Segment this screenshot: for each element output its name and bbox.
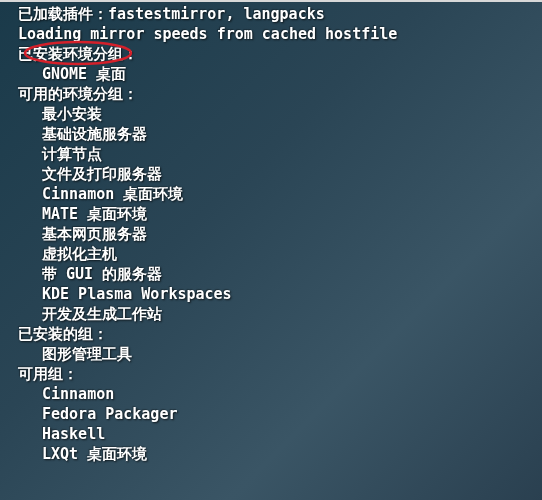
output-line: KDE Plasma Workspaces — [18, 284, 542, 304]
output-line: 已安装的组： — [18, 324, 542, 344]
output-line: 虚拟化主机 — [18, 244, 542, 264]
output-line: 可用组： — [18, 364, 542, 384]
output-line: LXQt 桌面环境 — [18, 444, 542, 464]
output-line: 最小安装 — [18, 104, 542, 124]
output-line: 开发及生成工作站 — [18, 304, 542, 324]
output-line: 可用的环境分组： — [18, 84, 542, 104]
output-line: Loading mirror speeds from cached hostfi… — [18, 24, 542, 44]
output-line: 基础设施服务器 — [18, 124, 542, 144]
output-line: 文件及打印服务器 — [18, 164, 542, 184]
terminal-output: 已加载插件：fastestmirror, langpacks Loading m… — [0, 0, 542, 464]
output-line: Cinnamon 桌面环境 — [18, 184, 542, 204]
window-top-border — [0, 0, 542, 2]
output-line: 带 GUI 的服务器 — [18, 264, 542, 284]
output-line: Fedora Packager — [18, 404, 542, 424]
output-line: 已安装环境分组： — [18, 44, 542, 64]
output-line: 基本网页服务器 — [18, 224, 542, 244]
output-line: Haskell — [18, 424, 542, 444]
output-line: MATE 桌面环境 — [18, 204, 542, 224]
output-line: 图形管理工具 — [18, 344, 542, 364]
output-line: 计算节点 — [18, 144, 542, 164]
output-line-highlighted: GNOME 桌面 — [18, 64, 542, 84]
output-line: 已加载插件：fastestmirror, langpacks — [18, 4, 542, 24]
output-line: Cinnamon — [18, 384, 542, 404]
